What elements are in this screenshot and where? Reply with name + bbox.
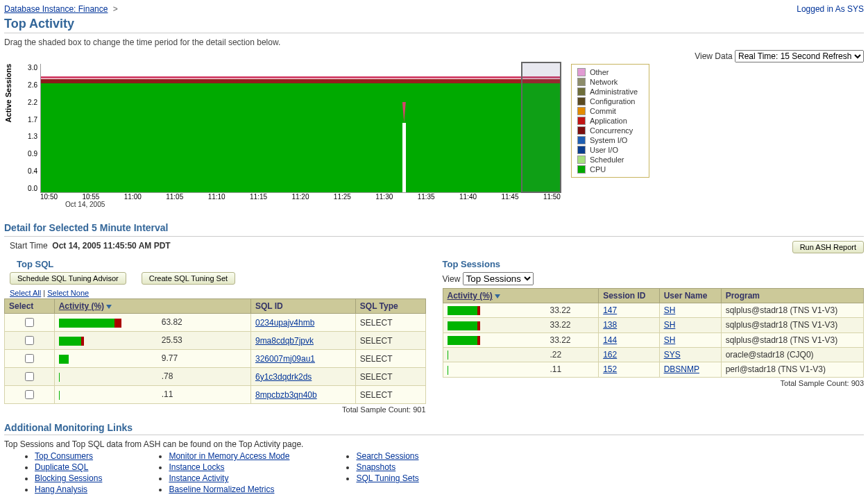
chart-shaded-box[interactable] bbox=[521, 62, 561, 193]
activity-bar bbox=[448, 366, 545, 375]
monitoring-link[interactable]: Blocking Sessions bbox=[35, 473, 102, 483]
sql-type: SELECT bbox=[355, 332, 425, 350]
col-session-id[interactable]: Session ID bbox=[599, 289, 659, 303]
session-id-link[interactable]: 162 bbox=[603, 350, 617, 360]
legend-swatch bbox=[577, 107, 586, 115]
legend-swatch bbox=[577, 136, 586, 144]
session-id-link[interactable]: 147 bbox=[603, 305, 617, 315]
activity-value: .11 bbox=[550, 364, 562, 374]
chart-legend: OtherNetworkAdministrativeConfigurationC… bbox=[571, 64, 649, 178]
col-sqlid[interactable]: SQL ID bbox=[250, 299, 355, 314]
col-user-name[interactable]: User Name bbox=[659, 289, 721, 303]
col-activity[interactable]: Activity (%) bbox=[443, 289, 599, 303]
start-time-value: Oct 14, 2005 11:45:50 AM PDT bbox=[52, 241, 170, 251]
row-checkbox[interactable] bbox=[25, 390, 34, 399]
legend-swatch bbox=[577, 87, 586, 96]
col-sqltype[interactable]: SQL Type bbox=[355, 299, 425, 314]
legend-item[interactable]: Scheduler bbox=[577, 155, 643, 165]
top-sql-sample-count: Total Sample Count: 901 bbox=[4, 404, 426, 414]
program-name: sqlplus@stadr18 (TNS V1-V3) bbox=[721, 303, 863, 318]
legend-item[interactable]: Commit bbox=[577, 106, 643, 116]
row-checkbox[interactable] bbox=[25, 318, 34, 327]
monitoring-link[interactable]: Hang Analysis bbox=[35, 485, 87, 494]
legend-item[interactable]: Configuration bbox=[577, 96, 643, 106]
session-id-link[interactable]: 152 bbox=[603, 364, 617, 374]
select-none-link[interactable]: Select None bbox=[47, 289, 89, 297]
breadcrumb: Database Instance: Finance > bbox=[4, 4, 121, 14]
view-data-select[interactable]: Real Time: 15 Second Refresh bbox=[735, 50, 864, 62]
row-checkbox[interactable] bbox=[25, 336, 34, 345]
sql-id-link[interactable]: 6y1c3dqdrk2ds bbox=[255, 372, 312, 382]
activity-value: 33.22 bbox=[550, 320, 571, 330]
col-activity[interactable]: Activity (%) bbox=[54, 299, 250, 314]
list-item: Hang Analysis bbox=[35, 484, 102, 495]
user-name-link[interactable]: DBSNMP bbox=[664, 364, 699, 374]
session-id-link[interactable]: 138 bbox=[603, 320, 617, 330]
table-row: 33.22144SHsqlplus@stadr18 (TNS V1-V3) bbox=[443, 332, 864, 347]
run-ash-report-button[interactable]: Run ASH Report bbox=[792, 241, 864, 253]
select-all-link[interactable]: Select All bbox=[10, 289, 41, 297]
col-program[interactable]: Program bbox=[721, 289, 863, 303]
user-name-link[interactable]: SH bbox=[664, 335, 676, 345]
additional-links-note: Top Sessions and Top SQL data from ASH c… bbox=[4, 439, 864, 449]
sort-desc-icon bbox=[495, 294, 500, 298]
legend-label: CPU bbox=[590, 165, 606, 174]
monitoring-link[interactable]: Duplicate SQL bbox=[35, 462, 88, 472]
start-time-label: Start Time bbox=[10, 241, 48, 251]
sql-id-link[interactable]: 0234upajv4hmb bbox=[255, 318, 314, 328]
active-sessions-chart[interactable]: Active Sessions 3.02.62.21.71.30.90.40.0… bbox=[4, 64, 864, 208]
legend-item[interactable]: Network bbox=[577, 77, 643, 87]
sql-id-link[interactable]: 9ma8cdqb7jpvk bbox=[255, 336, 314, 346]
sql-type: SELECT bbox=[355, 314, 425, 332]
monitoring-link[interactable]: Monitor in Memory Access Mode bbox=[169, 451, 289, 461]
monitoring-link[interactable]: Instance Activity bbox=[169, 473, 228, 483]
sql-id-link[interactable]: 8mpcbzb3qn40b bbox=[255, 390, 317, 400]
chart-plot[interactable] bbox=[40, 64, 561, 193]
legend-label: Concurrency bbox=[590, 126, 633, 135]
program-name: sqlplus@stadr18 (TNS V1-V3) bbox=[721, 332, 863, 347]
table-row: 33.22138SHsqlplus@stadr18 (TNS V1-V3) bbox=[443, 318, 864, 332]
legend-label: Administrative bbox=[590, 87, 638, 96]
list-item: Search Sessions bbox=[356, 450, 418, 462]
top-sessions-view-select[interactable]: Top Sessions bbox=[463, 272, 534, 285]
monitoring-link[interactable]: Top Consumers bbox=[35, 451, 93, 461]
monitoring-link[interactable]: Snapshots bbox=[356, 462, 395, 472]
schedule-sql-tuning-advisor-button[interactable]: Schedule SQL Tuning Advisor bbox=[10, 272, 126, 285]
sql-id-link[interactable]: 326007mj09au1 bbox=[255, 354, 315, 364]
user-name-link[interactable]: SYS bbox=[664, 350, 681, 360]
additional-links-title: Additional Monitoring Links bbox=[4, 422, 864, 433]
user-name-link[interactable]: SH bbox=[664, 305, 676, 315]
legend-item[interactable]: Other bbox=[577, 67, 643, 77]
session-id-link[interactable]: 144 bbox=[603, 335, 617, 345]
legend-label: Scheduler bbox=[590, 155, 624, 164]
chart-other-line bbox=[41, 76, 561, 78]
monitoring-link[interactable]: Instance Locks bbox=[169, 462, 224, 472]
row-checkbox[interactable] bbox=[25, 354, 34, 363]
legend-item[interactable]: CPU bbox=[577, 165, 643, 174]
activity-value: 33.22 bbox=[550, 305, 571, 315]
legend-item[interactable]: Administrative bbox=[577, 87, 643, 96]
table-row: 63.820234upajv4hmbSELECT bbox=[5, 314, 426, 332]
legend-item[interactable]: System I/O bbox=[577, 135, 643, 145]
legend-item[interactable]: Application bbox=[577, 116, 643, 126]
monitoring-link[interactable]: SQL Tuning Sets bbox=[356, 473, 418, 483]
create-sql-tuning-set-button[interactable]: Create SQL Tuning Set bbox=[142, 272, 235, 285]
legend-label: Commit bbox=[590, 107, 616, 115]
activity-value: 63.82 bbox=[162, 317, 182, 327]
breadcrumb-sep: > bbox=[110, 4, 121, 14]
monitoring-link[interactable]: Baseline Normalized Metrics bbox=[169, 485, 274, 494]
table-row: .786y1c3dqdrk2dsSELECT bbox=[5, 368, 426, 386]
x-sub-label: Oct 14, 2005 bbox=[40, 201, 561, 208]
table-row: 25.539ma8cdqb7jpvkSELECT bbox=[5, 332, 426, 350]
list-item: Baseline Normalized Metrics bbox=[169, 484, 289, 495]
legend-item[interactable]: Concurrency bbox=[577, 126, 643, 135]
breadcrumb-link[interactable]: Database Instance: Finance bbox=[4, 4, 108, 14]
activity-bar bbox=[59, 391, 156, 400]
table-row: 33.22147SHsqlplus@stadr18 (TNS V1-V3) bbox=[443, 303, 864, 318]
monitoring-link[interactable]: Search Sessions bbox=[356, 451, 418, 461]
row-checkbox[interactable] bbox=[25, 372, 34, 381]
legend-item[interactable]: User I/O bbox=[577, 145, 643, 155]
user-name-link[interactable]: SH bbox=[664, 320, 676, 330]
list-item: Top Consumers bbox=[35, 450, 102, 462]
table-row: .118mpcbzb3qn40bSELECT bbox=[5, 386, 426, 404]
